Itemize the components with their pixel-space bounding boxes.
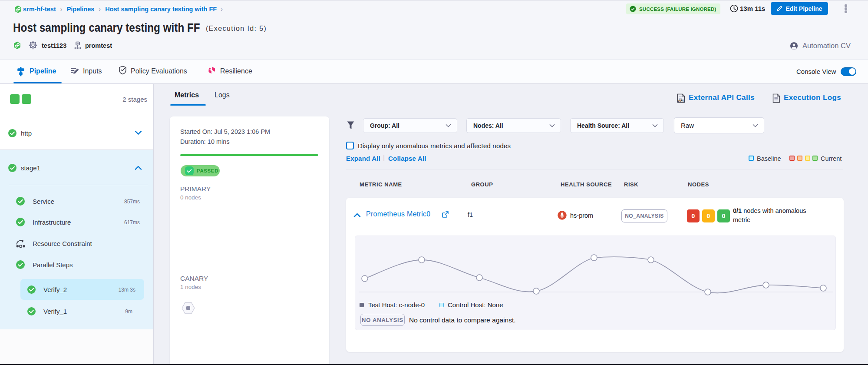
svg-text:API: API <box>678 99 684 103</box>
